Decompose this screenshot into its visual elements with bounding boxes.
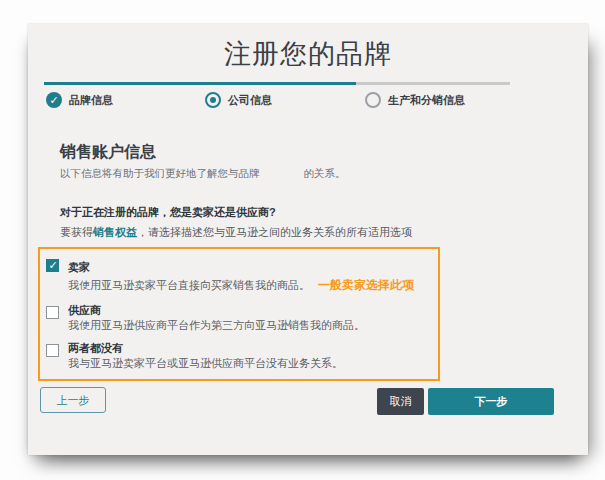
section-subtext: 以下信息将有助于我们更好地了解您与品牌的关系。 <box>60 167 580 181</box>
instruction-suffix: ，请选择描述您与亚马逊之间的业务关系的所有适用选项 <box>137 226 412 238</box>
cancel-button[interactable]: 取消 <box>377 388 424 415</box>
step-label: 公司信息 <box>228 93 272 108</box>
option-label: 两者都没有 <box>68 342 343 356</box>
step-company-info[interactable]: 公司信息 <box>205 92 272 108</box>
option-text: 供应商 我使用亚马逊供应商平台作为第三方向亚马逊销售我的商品。 <box>68 304 365 332</box>
stepper: ✓ 品牌信息 公司信息 生产和分销信息 <box>36 92 580 122</box>
check-circle-icon: ✓ <box>46 92 62 108</box>
section-subtext-suffix: 的关系。 <box>304 167 346 179</box>
progress-bar-fill <box>44 82 356 85</box>
option-text: 卖家 我使用亚马逊卖家平台直接向买家销售我的商品。一般卖家选择此项 <box>68 257 414 294</box>
option-description: 我使用亚马逊供应商平台作为第三方向亚马逊销售我的商品。 <box>68 318 365 332</box>
option-description: 我使用亚马逊卖家平台直接向买家销售我的商品。 <box>68 279 310 291</box>
radio-empty-icon <box>365 92 381 108</box>
dialog-title: 注册您的品牌 <box>36 36 580 72</box>
progress-bar <box>44 82 510 85</box>
selling-benefits-link[interactable]: 销售权益 <box>93 226 137 238</box>
section-heading: 销售账户信息 <box>60 142 580 163</box>
step-label: 生产和分销信息 <box>388 93 465 108</box>
redacted-brand-name <box>260 169 304 177</box>
option-description: 我与亚马逊卖家平台或亚马逊供应商平台没有业务关系。 <box>68 356 343 370</box>
step-brand-info[interactable]: ✓ 品牌信息 <box>46 92 113 108</box>
option-label: 卖家 <box>68 261 90 273</box>
question-title: 对于正在注册的品牌，您是卖家还是供应商? <box>60 205 580 220</box>
section-subtext-prefix: 以下信息将有助于我们更好地了解您与品牌 <box>60 167 260 179</box>
option-neither: 两者都没有 我与亚马逊卖家平台或亚马逊供应商平台没有业务关系。 <box>46 342 432 370</box>
option-vendor: 供应商 我使用亚马逊供应商平台作为第三方向亚马逊销售我的商品。 <box>46 304 432 332</box>
option-seller: 卖家 我使用亚马逊卖家平台直接向买家销售我的商品。一般卖家选择此项 <box>46 257 432 294</box>
option-label: 供应商 <box>68 304 365 318</box>
question-instruction: 要获得销售权益，请选择描述您与亚马逊之间的业务关系的所有适用选项 <box>60 225 580 240</box>
step-label: 品牌信息 <box>69 93 113 108</box>
option-text: 两者都没有 我与亚马逊卖家平台或亚马逊供应商平台没有业务关系。 <box>68 342 343 370</box>
radio-selected-icon <box>205 92 221 108</box>
vendor-checkbox[interactable] <box>46 306 59 319</box>
brand-registration-dialog: 注册您的品牌 ✓ 品牌信息 公司信息 生产和分销信息 销售账户信息 以下信息将有… <box>28 24 588 455</box>
step-production-distribution-info[interactable]: 生产和分销信息 <box>365 92 465 108</box>
back-button[interactable]: 上一步 <box>40 387 106 413</box>
seller-annotation: 一般卖家选择此项 <box>318 278 414 292</box>
neither-checkbox[interactable] <box>46 344 59 357</box>
page-background: 注册您的品牌 ✓ 品牌信息 公司信息 生产和分销信息 销售账户信息 以下信息将有… <box>0 0 605 480</box>
next-button[interactable]: 下一步 <box>428 388 554 415</box>
instruction-prefix: 要获得 <box>60 226 93 238</box>
options-highlight-box: 卖家 我使用亚马逊卖家平台直接向买家销售我的商品。一般卖家选择此项 供应商 我使… <box>38 247 440 381</box>
seller-checkbox[interactable] <box>46 259 59 272</box>
